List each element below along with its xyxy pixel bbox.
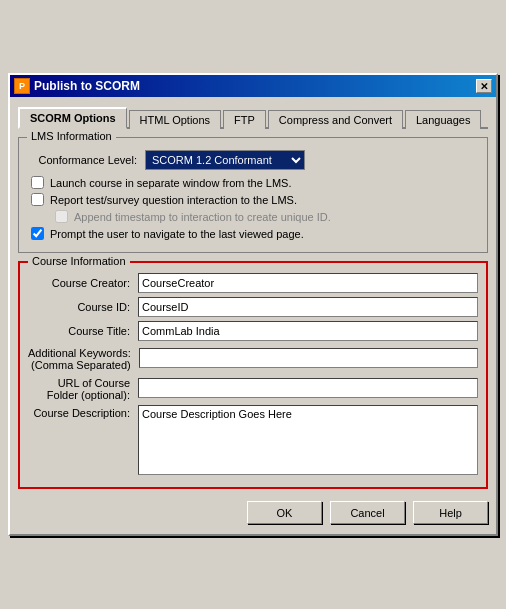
course-title-input[interactable] [138,321,478,341]
main-window: P Publish to SCORM ✕ SCORM Options HTML … [8,73,498,536]
tab-strip: SCORM Options HTML Options FTP Compress … [18,105,488,129]
tab-languages[interactable]: Languages [405,110,481,129]
course-creator-row: Course Creator: [28,273,478,293]
additional-keywords-label: Additional Keywords:(Comma Separated) [28,345,139,371]
lms-group-inner: Conformance Level: SCORM 1.2 Conformant … [27,146,479,240]
tab-html-options[interactable]: HTML Options [129,110,222,129]
checkbox-prompt-label: Prompt the user to navigate to the last … [50,228,304,240]
course-id-label: Course ID: [28,301,138,313]
course-group-box: Course Information Course Creator: Cours… [18,261,488,489]
course-id-row: Course ID: [28,297,478,317]
app-icon: P [14,78,30,94]
tab-compress-convert[interactable]: Compress and Convert [268,110,403,129]
tab-ftp[interactable]: FTP [223,110,266,129]
checkbox-report-label: Report test/survey question interaction … [50,194,297,206]
course-title-row: Course Title: [28,321,478,341]
lms-group-box: LMS Information Conformance Level: SCORM… [18,137,488,253]
ok-button[interactable]: OK [247,501,322,524]
checkbox-launch-row: Launch course in separate window from th… [27,176,479,189]
cancel-button[interactable]: Cancel [330,501,405,524]
course-creator-label: Course Creator: [28,277,138,289]
course-title-label: Course Title: [28,325,138,337]
conformance-row: Conformance Level: SCORM 1.2 Conformant … [27,150,479,170]
close-button[interactable]: ✕ [476,79,492,93]
checkbox-report[interactable] [31,193,44,206]
course-id-input[interactable] [138,297,478,317]
checkbox-prompt[interactable] [31,227,44,240]
checkbox-append[interactable] [55,210,68,223]
checkbox-launch-label: Launch course in separate window from th… [50,177,292,189]
url-course-folder-row: URL of CourseFolder (optional): [28,375,478,401]
window-title: Publish to SCORM [34,79,140,93]
course-group-title: Course Information [28,255,130,267]
url-course-folder-label: URL of CourseFolder (optional): [28,375,138,401]
help-button[interactable]: Help [413,501,488,524]
tab-scorm-options[interactable]: SCORM Options [18,107,127,129]
title-bar-left: P Publish to SCORM [14,78,140,94]
additional-keywords-input[interactable] [139,348,478,368]
checkbox-report-row: Report test/survey question interaction … [27,193,479,206]
checkbox-launch[interactable] [31,176,44,189]
conformance-select[interactable]: SCORM 1.2 Conformant SCORM 2004 AICC [145,150,305,170]
course-description-textarea[interactable]: Course Description Goes Here [138,405,478,475]
conformance-label: Conformance Level: [27,154,137,166]
url-course-folder-input[interactable] [138,378,478,398]
window-content: SCORM Options HTML Options FTP Compress … [10,97,496,534]
course-creator-input[interactable] [138,273,478,293]
additional-keywords-row: Additional Keywords:(Comma Separated) [28,345,478,371]
checkbox-append-row: Append timestamp to interaction to creat… [27,210,479,223]
checkbox-append-label: Append timestamp to interaction to creat… [74,211,331,223]
checkbox-prompt-row: Prompt the user to navigate to the last … [27,227,479,240]
lms-group-title: LMS Information [27,130,116,142]
button-row: OK Cancel Help [18,497,488,526]
course-description-row: Course Description: Course Description G… [28,405,478,475]
title-bar: P Publish to SCORM ✕ [10,75,496,97]
course-description-label: Course Description: [28,405,138,419]
